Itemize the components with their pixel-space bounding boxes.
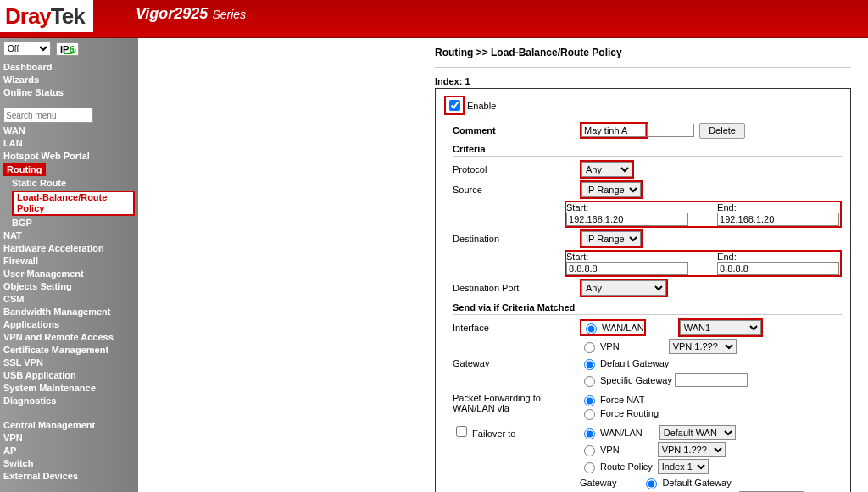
nav-dashboard[interactable]: Dashboard — [3, 61, 135, 74]
fo-gw-default-radio[interactable] — [646, 478, 657, 489]
nav-user-mgmt[interactable]: User Management — [3, 268, 135, 280]
interface-label: Interface — [444, 323, 580, 333]
app-header: DrayTek Vigor2925 Series — [0, 0, 868, 32]
nav-vpn-remote[interactable]: VPN and Remote Access — [3, 331, 135, 344]
iface-wan-select[interactable]: WAN1 — [680, 320, 761, 335]
fo-vpn-radio[interactable] — [584, 445, 595, 456]
fo-wan-select[interactable]: Default WAN — [659, 425, 736, 440]
destination-label: Destination — [444, 234, 580, 244]
nav-csm[interactable]: CSM — [3, 293, 135, 306]
nav-lb-route-policy[interactable]: Load-Balance/Route Policy — [3, 190, 135, 217]
force-nat-radio[interactable] — [584, 395, 595, 406]
nav-cert-mgmt[interactable]: Certificate Management — [3, 344, 135, 357]
nav-ssl-vpn[interactable]: SSL VPN — [3, 357, 135, 369]
nav-wan[interactable]: WAN — [3, 124, 135, 137]
comment-input-ext[interactable] — [647, 124, 694, 137]
source-label: Source — [444, 185, 580, 195]
nav-objects[interactable]: Objects Setting — [3, 280, 135, 293]
iface-vpn-radio[interactable] — [584, 342, 595, 353]
nav-switch[interactable]: Switch — [3, 457, 135, 470]
fo-route-select[interactable]: Index 1 — [658, 459, 709, 474]
source-end-input[interactable] — [717, 213, 839, 226]
index-label: Index: 1 — [435, 76, 851, 86]
nav-vpn[interactable]: VPN — [3, 432, 135, 445]
source-start-input[interactable] — [566, 213, 688, 226]
model-label: Vigor2925 Series — [136, 5, 246, 23]
nav-lan[interactable]: LAN — [3, 137, 135, 150]
nav-central-mgmt[interactable]: Central Management — [3, 419, 135, 432]
gateway-label: Gateway — [444, 358, 580, 368]
mode-select[interactable]: Off — [3, 41, 51, 56]
fo-vpn-select[interactable]: VPN 1.??? — [658, 442, 726, 457]
search-input[interactable] — [3, 108, 93, 123]
enable-checkbox[interactable] — [449, 100, 460, 111]
protocol-label: Protocol — [444, 164, 580, 174]
gw-specific-input[interactable] — [675, 373, 748, 387]
nav-online-status[interactable]: Online Status — [3, 86, 135, 99]
nav-ap[interactable]: AP — [3, 445, 135, 457]
dest-start-input[interactable] — [566, 262, 688, 275]
comment-input[interactable] — [581, 124, 646, 137]
nav-bgp[interactable]: BGP — [3, 217, 135, 229]
header-strip — [0, 32, 868, 38]
policy-panel: Enable Comment Delete Criteria Protocol … — [435, 88, 851, 492]
nav-firewall[interactable]: Firewall — [3, 255, 135, 268]
nav-routing[interactable]: Routing — [3, 163, 135, 177]
delete-button[interactable]: Delete — [699, 123, 745, 139]
ipv6-icon[interactable]: IP6 — [56, 42, 79, 56]
pkt-fwd-label: Packet Forwarding to WAN/LAN via — [444, 393, 580, 413]
source-mode-select[interactable]: IP Range — [581, 182, 641, 197]
nav-usb-app[interactable]: USB Application — [3, 369, 135, 382]
send-title: Send via if Criteria Matched — [444, 302, 842, 312]
failover-checkbox[interactable] — [456, 426, 467, 437]
nav-static-route[interactable]: Static Route — [3, 177, 135, 190]
fo-wanlan-radio[interactable] — [584, 428, 595, 439]
comment-label: Comment — [444, 125, 580, 135]
failover-label: Failover to — [444, 423, 580, 439]
nav-hw-accel[interactable]: Hardware Acceleration — [3, 242, 135, 255]
iface-wanlan-radio[interactable] — [586, 323, 597, 334]
nav-wizards[interactable]: Wizards — [3, 74, 135, 86]
protocol-select[interactable]: Any — [581, 162, 632, 177]
iface-vpn-select[interactable]: VPN 1.??? — [669, 339, 737, 354]
nav-bw-mgmt[interactable]: Bandwidth Management — [3, 306, 135, 318]
dest-port-select[interactable]: Any — [581, 280, 666, 296]
nav-sys-maint[interactable]: System Maintenance — [3, 382, 135, 395]
dest-mode-select[interactable]: IP Range — [581, 231, 641, 246]
dest-end-input[interactable] — [717, 262, 839, 275]
criteria-title: Criteria — [444, 144, 842, 154]
gw-default-radio[interactable] — [584, 359, 595, 370]
breadcrumb: Routing >> Load-Balance/Route Policy — [435, 47, 851, 58]
nav-diag[interactable]: Diagnostics — [3, 395, 135, 407]
fo-route-radio[interactable] — [584, 462, 595, 473]
main-content: Routing >> Load-Balance/Route Policy Ind… — [138, 38, 868, 492]
dest-port-label: Destination Port — [444, 283, 580, 293]
sidebar: Off IP6 Dashboard Wizards Online Status … — [0, 38, 138, 492]
brand-logo: DrayTek — [0, 0, 93, 32]
gw-specific-radio[interactable] — [584, 376, 595, 387]
nav-hotspot[interactable]: Hotspot Web Portal — [3, 150, 135, 163]
nav-apps[interactable]: Applications — [3, 318, 135, 331]
force-routing-radio[interactable] — [584, 409, 595, 420]
nav-nat[interactable]: NAT — [3, 229, 135, 242]
enable-label: Enable — [467, 101, 496, 111]
nav-ext-dev[interactable]: External Devices — [3, 470, 135, 483]
